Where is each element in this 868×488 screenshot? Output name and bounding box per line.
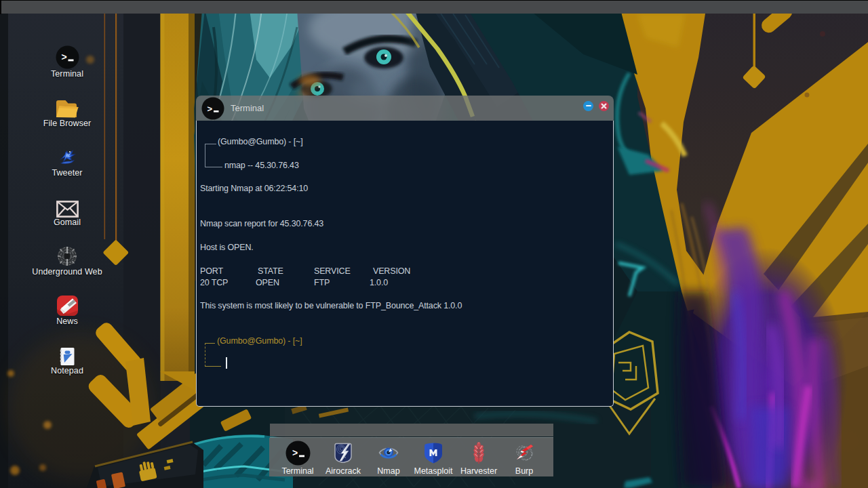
svg-text:>: > xyxy=(207,103,212,113)
svg-text:>: > xyxy=(61,52,66,62)
svg-text:>: > xyxy=(292,447,298,458)
